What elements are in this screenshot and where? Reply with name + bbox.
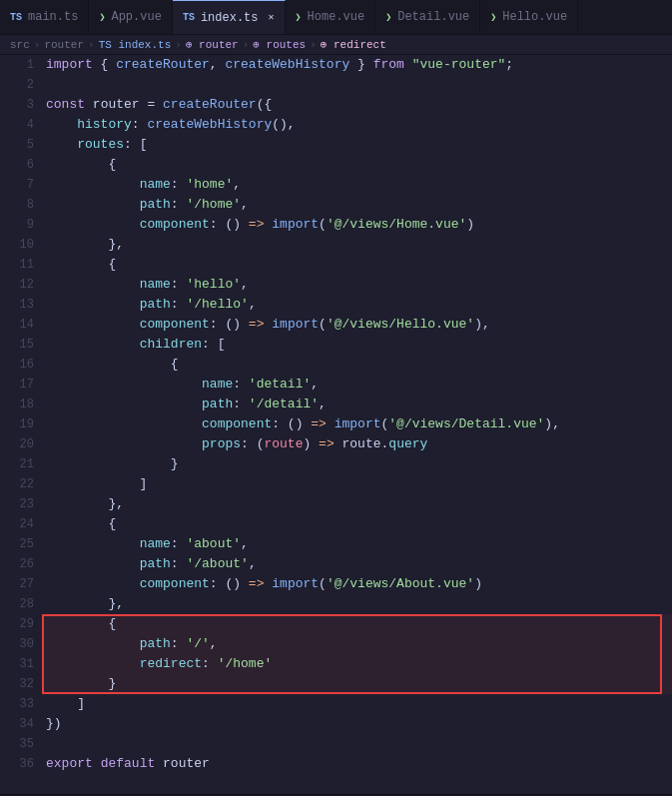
code-line: { <box>42 614 672 634</box>
vue-icon: ❯ <box>490 11 496 23</box>
code-line <box>42 75 672 95</box>
code-line: { <box>42 255 672 275</box>
tab-label: Hello.vue <box>502 10 567 24</box>
code-line: }) <box>42 714 672 734</box>
code-line: name: 'home', <box>42 175 672 195</box>
code-line: export default router <box>42 754 672 774</box>
tab-detail-vue[interactable]: ❯ Detail.vue <box>375 0 480 34</box>
code-line: name: 'hello', <box>42 275 672 295</box>
code-line: component: () => import('@/views/Home.vu… <box>42 215 672 235</box>
code-line: props: (route) => route.query <box>42 434 672 454</box>
code-line: children: [ <box>42 335 672 355</box>
tab-hello-vue[interactable]: ❯ Hello.vue <box>480 0 578 34</box>
tab-label: App.vue <box>111 10 161 24</box>
hint-icon: 💡 <box>42 654 43 674</box>
editor: 1 2 3 4 5 6 7 8 9 10 11 12 13 14 15 16 1… <box>0 55 672 794</box>
ts-icon: TS <box>10 12 22 23</box>
breadcrumb: src › router › TS index.ts › ⊕ router › … <box>0 35 672 55</box>
tab-label: Home.vue <box>308 10 365 24</box>
code-line: ] <box>42 694 672 714</box>
tab-label: Detail.vue <box>397 10 469 24</box>
code-line: { <box>42 155 672 175</box>
code-line: 💡 redirect: '/home' <box>42 654 672 674</box>
code-line: component: () => import('@/views/About.v… <box>42 574 672 594</box>
code-line: const router = createRouter({ <box>42 95 672 115</box>
code-line: path: '/detail', <box>42 395 672 414</box>
tab-close-icon[interactable]: ✕ <box>269 13 275 23</box>
code-line: routes: [ <box>42 135 672 155</box>
code-line: }, <box>42 494 672 514</box>
code-line: }, <box>42 235 672 255</box>
tab-app-vue[interactable]: ❯ App.vue <box>89 0 172 34</box>
tab-label: index.ts <box>201 11 259 25</box>
tab-home-vue[interactable]: ❯ Home.vue <box>286 0 376 34</box>
code-line: ] <box>42 474 672 494</box>
code-line <box>42 734 672 754</box>
code-line: path: '/', <box>42 634 672 654</box>
vue-icon: ❯ <box>99 11 105 23</box>
code-line: } <box>42 454 672 474</box>
code-line: import { createRouter, createWebHistory … <box>42 55 672 75</box>
code-area[interactable]: import { createRouter, createWebHistory … <box>42 55 672 794</box>
code-line: { <box>42 355 672 375</box>
code-line: path: '/home', <box>42 195 672 215</box>
tab-label: main.ts <box>28 10 78 24</box>
code-line: } <box>42 674 672 694</box>
code-line: component: () => import('@/views/Hello.v… <box>42 315 672 335</box>
vue-icon: ❯ <box>296 11 302 23</box>
code-line: name: 'about', <box>42 534 672 554</box>
tab-main-ts[interactable]: TS main.ts <box>0 0 89 34</box>
vue-icon: ❯ <box>385 11 391 23</box>
code-line: { <box>42 514 672 534</box>
code-line: history: createWebHistory(), <box>42 115 672 135</box>
code-line: name: 'detail', <box>42 375 672 395</box>
tab-index-ts[interactable]: TS index.ts ✕ <box>173 0 286 34</box>
line-numbers: 1 2 3 4 5 6 7 8 9 10 11 12 13 14 15 16 1… <box>0 55 42 794</box>
code-line: path: '/about', <box>42 554 672 574</box>
tab-bar: TS main.ts ❯ App.vue TS index.ts ✕ ❯ Hom… <box>0 0 672 35</box>
code-line: path: '/hello', <box>42 295 672 315</box>
ts-icon: TS <box>183 12 195 23</box>
code-line: component: () => import('@/views/Detail.… <box>42 414 672 434</box>
code-line: }, <box>42 594 672 614</box>
